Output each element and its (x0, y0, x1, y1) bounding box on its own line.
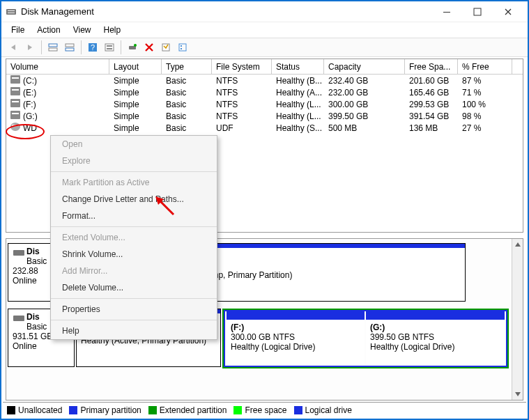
disk1-type: Basic (26, 322, 47, 332)
window-title: Disk Management (21, 6, 431, 17)
legend-label: Logical drive (305, 405, 352, 415)
cell: Healthy (B... (272, 76, 324, 86)
ctx-open[interactable]: Open (51, 136, 217, 153)
ctx-extend-volume[interactable]: Extend Volume... (51, 229, 217, 246)
ctx-mark-active[interactable]: Mark Partition as Active (51, 174, 217, 191)
actions-button[interactable] (175, 40, 190, 55)
dvd-icon (10, 123, 20, 131)
ctx-separator (51, 226, 217, 227)
ctx-delete-volume[interactable]: Delete Volume... (51, 279, 217, 296)
toolbar-separator (41, 40, 42, 54)
cell: Healthy (S... (272, 123, 324, 133)
cell: 136 MB (405, 123, 458, 133)
ctx-separator (51, 298, 217, 299)
column-capacity-label: Capacity (328, 62, 361, 72)
vertical-scrollbar[interactable] (512, 239, 523, 400)
ctx-properties[interactable]: Properties (51, 301, 217, 318)
partition-g[interactable]: (G:) 399.50 GB NTFS Healthy (Logical Dri… (366, 311, 505, 364)
partition-f[interactable]: (F:) 300.00 GB NTFS Healthy (Logical Dri… (227, 311, 365, 364)
toolbar: ? (1, 38, 528, 57)
ctx-explore[interactable]: Explore (51, 153, 217, 169)
cell: Simple (109, 111, 162, 121)
menu-view[interactable]: View (68, 24, 97, 36)
maximize-button[interactable] (462, 1, 493, 22)
svg-rect-13 (107, 48, 112, 49)
disk1-label: Dis (26, 312, 40, 322)
column-type-label: Type (166, 62, 184, 72)
menubar: File Action View Help (1, 22, 528, 38)
legend: Unallocated Primary partition Extended p… (3, 402, 526, 417)
view-top-button[interactable] (45, 40, 61, 55)
volume-row-g[interactable]: (G:) Simple Basic NTFS Healthy (L... 399… (6, 110, 523, 122)
disk1-status: Online (13, 341, 37, 351)
disk0-label: Dis (26, 247, 40, 256)
menu-file[interactable]: File (6, 24, 30, 36)
refresh-button[interactable] (125, 40, 140, 55)
cell: 27 % (458, 123, 512, 133)
column-capacity[interactable]: Capacity (324, 59, 405, 74)
ctx-help[interactable]: Help (51, 322, 217, 339)
column-status[interactable]: Status (272, 59, 324, 74)
view-bottom-button[interactable] (62, 40, 77, 55)
back-button[interactable] (6, 40, 21, 55)
volume-row-c[interactable]: (C:) Simple Basic NTFS Healthy (B... 232… (6, 75, 523, 86)
cell: Healthy (L... (272, 111, 324, 121)
ctx-format[interactable]: Format... (51, 208, 217, 224)
minimize-button[interactable] (431, 1, 462, 22)
scroll-up-icon[interactable] (512, 239, 523, 250)
svg-rect-11 (105, 44, 114, 51)
ctx-change-drive-letter[interactable]: Change Drive Letter and Paths... (51, 191, 217, 208)
volume-list-header: Volume Layout Type File System Status Ca… (6, 59, 523, 75)
cell: (C:) (23, 76, 37, 86)
svg-rect-18 (181, 45, 182, 47)
cell: UDF (212, 123, 272, 133)
cell: Simple (109, 123, 162, 133)
column-volume[interactable]: Volume (6, 59, 109, 74)
cell: NTFS (212, 76, 272, 86)
disk0-status: Online (13, 276, 37, 286)
column-freespace[interactable]: Free Spa... (405, 59, 458, 74)
forward-button[interactable] (22, 40, 38, 55)
legend-label: Extended partition (160, 405, 227, 415)
disk-icon (13, 247, 25, 259)
settings-button[interactable] (102, 40, 117, 55)
volume-row-wd[interactable]: WD Simple Basic UDF Healthy (S... 500 MB… (6, 122, 523, 134)
volume-row-f[interactable]: (F:) Simple Basic NTFS Healthy (L... 300… (6, 98, 523, 110)
column-volume-label: Volume (10, 62, 38, 72)
disk1-size: 931.51 GB (13, 332, 52, 341)
legend-label: Free space (245, 405, 286, 415)
column-pctfree[interactable]: % Free (458, 59, 512, 74)
volume-icon (10, 75, 20, 84)
volume-row-e[interactable]: (E:) Simple Basic NTFS Healthy (A... 232… (6, 86, 523, 98)
cell: (F:) (23, 100, 36, 109)
delete-button[interactable] (141, 40, 157, 55)
cell: 87 % (458, 76, 512, 86)
column-type[interactable]: Type (162, 59, 212, 74)
svg-rect-2 (8, 13, 15, 13)
ctx-shrink-volume[interactable]: Shrink Volume... (51, 246, 217, 263)
cell: (G:) (23, 111, 38, 121)
column-status-label: Status (276, 62, 300, 72)
svg-rect-0 (6, 9, 16, 15)
legend-logical: Logical drive (294, 405, 352, 415)
svg-rect-12 (107, 45, 112, 47)
column-layout[interactable]: Layout (109, 59, 162, 74)
volume-icon (10, 99, 20, 107)
menu-action[interactable]: Action (31, 24, 66, 36)
scroll-down-icon[interactable] (512, 389, 523, 400)
column-filesystem[interactable]: File System (212, 59, 272, 74)
cell: Basic (162, 100, 212, 109)
cell: 232.40 GB (324, 76, 405, 86)
cell: 98 % (458, 111, 512, 121)
properties-button[interactable] (158, 40, 174, 55)
svg-rect-3 (443, 12, 450, 13)
ctx-add-mirror[interactable]: Add Mirror... (51, 263, 217, 279)
close-button[interactable] (493, 1, 523, 22)
cell: Basic (162, 123, 212, 133)
cell: 500 MB (324, 123, 405, 133)
disk0-size: 232.88 (13, 266, 38, 276)
context-menu: Open Explore Mark Partition as Active Ch… (50, 135, 217, 340)
menu-help[interactable]: Help (98, 24, 127, 36)
help-button[interactable]: ? (85, 40, 100, 55)
svg-point-15 (134, 44, 137, 47)
